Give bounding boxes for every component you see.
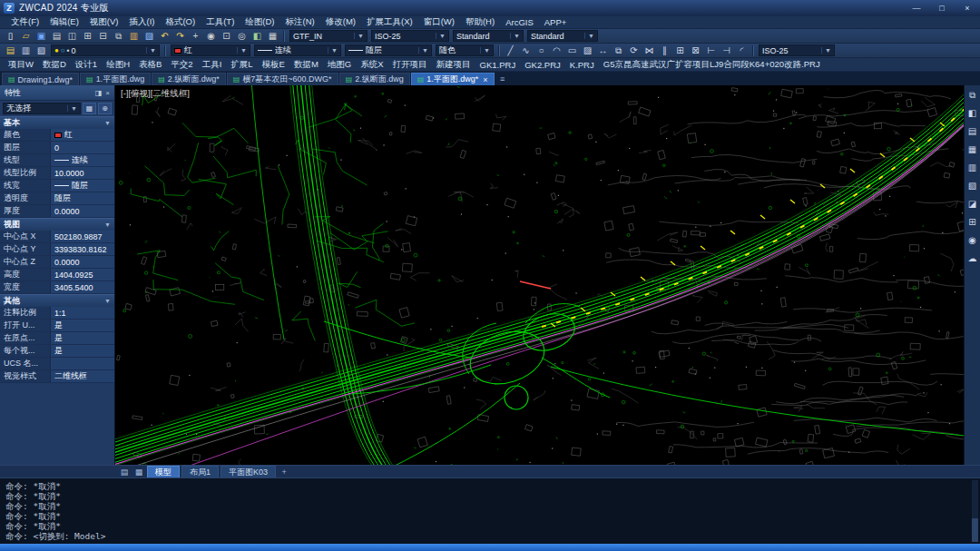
array-icon[interactable]: ⊞	[672, 44, 688, 57]
custom-menu-item[interactable]: 数据M	[289, 59, 323, 71]
menu-item[interactable]: ArcGIS	[500, 17, 539, 27]
document-tab[interactable]: ▤ 1.平面图.dwg ×	[80, 73, 151, 85]
selection-combo[interactable]: 无选择 ▼	[3, 103, 81, 114]
property-value[interactable]: 随层	[51, 180, 114, 192]
command-line-area[interactable]: 命令: *取消*命令: *取消*命令: *取消*命令: *取消*命令: *取消*…	[0, 477, 980, 544]
property-value[interactable]: 0	[51, 142, 114, 153]
copy-icon[interactable]: ⧉	[111, 30, 126, 43]
cut-icon[interactable]: ⊟	[95, 30, 111, 43]
menu-item[interactable]: 窗口(W)	[418, 16, 460, 28]
designcenter-icon[interactable]: ▦	[265, 30, 280, 43]
minimize-button[interactable]: —	[904, 0, 929, 16]
open-icon[interactable]: ▱	[18, 30, 34, 43]
document-tab[interactable]: ▤ 横7基本农田~600.DWG* ×	[227, 73, 338, 85]
document-tab[interactable]: ▤ 1.平面图.dwg* ×	[411, 73, 495, 85]
property-value[interactable]: 红	[51, 129, 114, 141]
text-style-combo[interactable]: GTF_IN ▼	[289, 30, 368, 42]
clipboard-panel-icon[interactable]: ⧉	[965, 88, 980, 102]
property-value[interactable]: 1:1	[51, 307, 114, 319]
new-icon[interactable]: ▯	[3, 30, 18, 43]
maximize-button[interactable]: □	[929, 0, 955, 16]
document-tab[interactable]: ▤ 2.纵断面.dwg ×	[339, 73, 410, 85]
pan-icon[interactable]: +	[188, 30, 203, 43]
document-tab[interactable]: ▤ 2.纵断面.dwg* ×	[152, 73, 226, 85]
menu-item[interactable]: 工具(T)	[201, 16, 240, 28]
match-properties-icon[interactable]: ▨	[142, 30, 157, 43]
cloud-icon[interactable]: ☁	[965, 251, 980, 265]
drawing-canvas[interactable]: [-][俯视][二维线框]	[115, 85, 964, 465]
property-value[interactable]: 随层	[51, 192, 114, 204]
tab-close-icon[interactable]: ×	[483, 75, 487, 84]
layer-combo[interactable]: ● ○ ▪ 0 ▼	[51, 44, 160, 56]
custom-menu-item[interactable]: GK2.PRJ	[520, 60, 565, 70]
property-value[interactable]: 10.0000	[51, 167, 114, 179]
linetype-combo[interactable]: 连续 ▼	[254, 44, 341, 56]
custom-menu-item[interactable]: 系统X	[356, 59, 387, 71]
polyline-icon[interactable]: ∿	[518, 44, 534, 57]
rotate-icon[interactable]: ⟳	[626, 44, 642, 57]
zoom-previous-icon[interactable]: ◎	[234, 30, 250, 43]
menu-item[interactable]: 扩展工具(X)	[361, 16, 418, 28]
property-value[interactable]: 502180.9887	[51, 231, 114, 242]
document-tab[interactable]: ▤ Drawing1.dwg* ×	[2, 73, 79, 85]
custom-menu-item[interactable]: 表格B	[134, 59, 166, 71]
save-icon[interactable]: ▣	[34, 30, 49, 43]
scrollbar-thumb[interactable]	[972, 518, 978, 542]
menu-item[interactable]: 帮助(H)	[460, 16, 500, 28]
paste-icon[interactable]: ▥	[126, 30, 142, 43]
property-value[interactable]: 连续	[51, 154, 114, 166]
custom-menu-item[interactable]: 工具I	[198, 59, 227, 71]
property-value[interactable]: 二维线框	[51, 370, 114, 382]
property-value[interactable]: 是	[51, 345, 114, 357]
properties-palette-icon[interactable]: ◧	[250, 30, 265, 43]
menu-item[interactable]: 文件(F)	[5, 16, 44, 28]
copy-object-icon[interactable]: ⧉	[611, 44, 626, 57]
auto-hide-icon[interactable]: ◨	[95, 89, 103, 97]
erase-icon[interactable]: ⊠	[688, 44, 703, 57]
custom-menu-item[interactable]: GK1.PRJ	[475, 60, 521, 70]
section-header-basic[interactable]: 基本 ▼	[0, 116, 114, 129]
menu-item[interactable]: 视图(V)	[84, 16, 124, 28]
custom-menu-item[interactable]: 新建项目	[432, 59, 475, 71]
line-icon[interactable]: ╱	[503, 44, 518, 57]
add-layout-button[interactable]: +	[278, 467, 290, 477]
section-header-other[interactable]: 其他 ▼	[0, 294, 114, 307]
mirror-icon[interactable]: ⋈	[642, 44, 657, 57]
xref-panel-icon[interactable]: ⊞	[965, 215, 980, 229]
custom-menu-item[interactable]: 扩展L	[226, 59, 257, 71]
lineweight-combo[interactable]: 随层 ▼	[345, 44, 432, 56]
custom-menu-item[interactable]: 项目W	[4, 59, 38, 71]
custom-menu-item[interactable]: 数据D	[38, 59, 71, 71]
designcenter-panel-icon[interactable]: ▦	[965, 143, 980, 156]
layout-tab[interactable]: 模型	[147, 466, 180, 477]
command-scrollbar[interactable]	[972, 480, 978, 542]
property-value[interactable]: 0.0000	[51, 205, 114, 217]
circle-icon[interactable]: ○	[534, 44, 549, 57]
viewport-controls[interactable]: [-][俯视][二维线框]	[121, 88, 190, 100]
custom-menu-item[interactable]: 打开项目	[388, 59, 432, 71]
layout-tab[interactable]: 平面图K03	[220, 466, 276, 477]
property-value[interactable]: 1404.0925	[51, 269, 114, 280]
move-icon[interactable]: ↔	[595, 44, 611, 57]
tool-palettes-icon[interactable]: ▥	[965, 161, 980, 174]
hatch-icon[interactable]: ▨	[580, 44, 595, 57]
custom-menu-item[interactable]: 设计1	[71, 59, 102, 71]
layout-tab[interactable]: 布局1	[181, 466, 219, 477]
menu-item[interactable]: 插入(I)	[123, 16, 160, 28]
custom-menu-item[interactable]: K.PRJ	[565, 60, 599, 70]
publish-icon[interactable]: ⊞	[80, 30, 95, 43]
menu-item[interactable]: 编辑(E)	[44, 16, 84, 28]
arc-icon[interactable]: ◠	[549, 44, 564, 57]
custom-menu-item[interactable]: G5京昆高速武汉广扩容项目LJ9合同段K64+020改路.PRJ	[599, 59, 825, 71]
custom-menu-item[interactable]: 绘图H	[102, 59, 134, 71]
property-value[interactable]: 3405.5400	[51, 281, 114, 293]
layer-states-icon[interactable]: ▥	[18, 44, 34, 57]
menu-item[interactable]: 格式(O)	[160, 16, 201, 28]
properties-panel-icon[interactable]: ◧	[965, 106, 980, 120]
dim-style-combo[interactable]: ISO-25 ▼	[371, 30, 449, 42]
menu-item[interactable]: 修改(M)	[320, 16, 361, 28]
layer-properties-icon[interactable]: ▤	[3, 44, 18, 57]
property-value[interactable]: 0.0000	[51, 256, 114, 268]
zoom-window-icon[interactable]: ⊡	[219, 30, 234, 43]
markup-icon[interactable]: ◪	[965, 197, 980, 211]
